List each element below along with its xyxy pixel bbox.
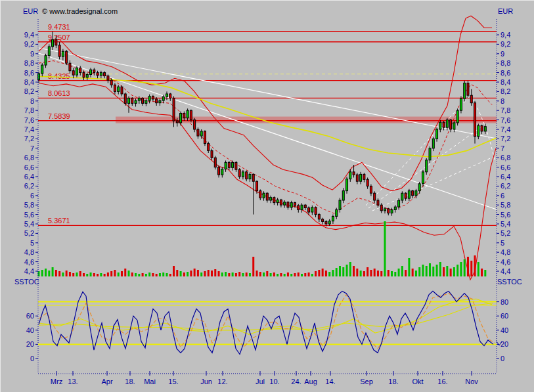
svg-text:8,6: 8,6 <box>501 69 510 77</box>
svg-text:Jun: Jun <box>200 378 212 385</box>
svg-text:5,8: 5,8 <box>24 201 34 209</box>
svg-text:6,8: 6,8 <box>501 154 510 162</box>
svg-text:Nov: Nov <box>465 378 478 385</box>
svg-text:Mrz: Mrz <box>51 378 62 385</box>
svg-text:10.: 10. <box>269 378 279 385</box>
svg-text:6: 6 <box>30 192 34 200</box>
svg-text:7,6: 7,6 <box>501 116 510 124</box>
svg-text:Sep: Sep <box>360 378 373 385</box>
svg-text:7: 7 <box>501 144 504 152</box>
svg-text:5,2: 5,2 <box>24 229 34 237</box>
sstoc-panel <box>38 291 502 354</box>
svg-text:8,6: 8,6 <box>24 69 34 77</box>
svg-text:6,2: 6,2 <box>501 182 510 190</box>
svg-text:6,6: 6,6 <box>501 163 510 171</box>
svg-text:13.: 13. <box>68 378 78 385</box>
svg-text:6: 6 <box>501 192 504 200</box>
svg-text:Apr: Apr <box>101 378 112 385</box>
white-trendlines <box>39 48 497 211</box>
svg-text:7,8: 7,8 <box>24 106 34 114</box>
x-axis-labels: Mrz13.Apr18.Mai15.Jun12.Jul10.24.Aug14.S… <box>51 371 478 385</box>
svg-text:14.: 14. <box>325 378 335 385</box>
svg-text:9: 9 <box>30 50 34 58</box>
svg-text:Okt: Okt <box>412 378 423 385</box>
svg-text:18.: 18. <box>125 378 135 385</box>
svg-text:20: 20 <box>26 340 34 348</box>
svg-text:8: 8 <box>30 97 34 105</box>
chart-window: { "header": { "unit_left": "EUR", "unit_… <box>0 0 534 392</box>
svg-text:4,6: 4,6 <box>501 258 510 266</box>
svg-text:7,8: 7,8 <box>501 106 510 114</box>
svg-text:5,6: 5,6 <box>24 211 34 219</box>
svg-text:8.4325: 8.4325 <box>48 72 70 80</box>
svg-text:12.: 12. <box>217 378 227 385</box>
svg-text:7,4: 7,4 <box>501 125 510 133</box>
svg-text:6,4: 6,4 <box>501 173 510 181</box>
svg-text:4,4: 4,4 <box>501 267 510 275</box>
svg-text:8,2: 8,2 <box>24 87 34 95</box>
chart-canvas[interactable]: 9.47319.25078.43258.06137.58395.36719,49… <box>1 1 534 392</box>
svg-text:7: 7 <box>30 144 34 152</box>
svg-text:5,2: 5,2 <box>501 229 510 237</box>
svg-text:6,8: 6,8 <box>24 154 34 162</box>
svg-text:8,2: 8,2 <box>501 87 510 95</box>
svg-text:Aug: Aug <box>304 378 317 385</box>
svg-text:5: 5 <box>501 239 504 247</box>
svg-text:7,4: 7,4 <box>24 125 34 133</box>
svg-text:16.: 16. <box>437 378 447 385</box>
svg-text:60: 60 <box>26 312 34 320</box>
svg-text:4,6: 4,6 <box>24 258 34 266</box>
svg-text:0: 0 <box>30 355 34 362</box>
svg-text:15.: 15. <box>168 378 178 385</box>
svg-text:6,6: 6,6 <box>24 163 34 171</box>
svg-text:8,4: 8,4 <box>24 78 34 86</box>
svg-text:9.4731: 9.4731 <box>48 23 70 31</box>
svg-text:9: 9 <box>501 50 504 58</box>
svg-text:8,8: 8,8 <box>501 59 510 67</box>
svg-text:5,8: 5,8 <box>501 201 510 209</box>
svg-text:40: 40 <box>501 326 508 334</box>
svg-text:60: 60 <box>501 312 508 320</box>
svg-text:7,2: 7,2 <box>501 135 510 142</box>
red-band-lines <box>39 16 496 280</box>
svg-text:6,2: 6,2 <box>24 182 34 190</box>
svg-text:40: 40 <box>26 326 34 334</box>
svg-text:Jul: Jul <box>256 378 265 385</box>
svg-text:7,6: 7,6 <box>24 116 34 124</box>
svg-text:5,4: 5,4 <box>501 220 510 228</box>
svg-text:9,4: 9,4 <box>24 31 34 39</box>
svg-text:4,8: 4,8 <box>501 248 510 256</box>
svg-text:18.: 18. <box>388 378 398 385</box>
svg-text:8: 8 <box>501 97 504 105</box>
svg-text:24.: 24. <box>291 378 301 385</box>
svg-text:7.5839: 7.5839 <box>48 112 70 120</box>
svg-text:5,6: 5,6 <box>501 211 510 219</box>
svg-text:9,2: 9,2 <box>501 40 510 48</box>
svg-text:80: 80 <box>501 298 508 306</box>
svg-text:9,4: 9,4 <box>501 31 510 39</box>
svg-text:9,2: 9,2 <box>24 40 34 48</box>
svg-text:7,2: 7,2 <box>24 135 34 142</box>
svg-text:0: 0 <box>501 355 504 362</box>
svg-text:8.0613: 8.0613 <box>48 89 70 97</box>
svg-text:5: 5 <box>30 239 34 247</box>
svg-text:8,8: 8,8 <box>24 59 34 67</box>
svg-text:5,4: 5,4 <box>24 220 34 228</box>
svg-text:5.3671: 5.3671 <box>48 217 70 225</box>
svg-text:8,4: 8,4 <box>501 78 510 86</box>
svg-text:Mai: Mai <box>144 378 156 385</box>
svg-text:4,8: 4,8 <box>24 248 34 256</box>
svg-text:6,4: 6,4 <box>24 173 34 181</box>
svg-text:4,4: 4,4 <box>24 267 34 275</box>
